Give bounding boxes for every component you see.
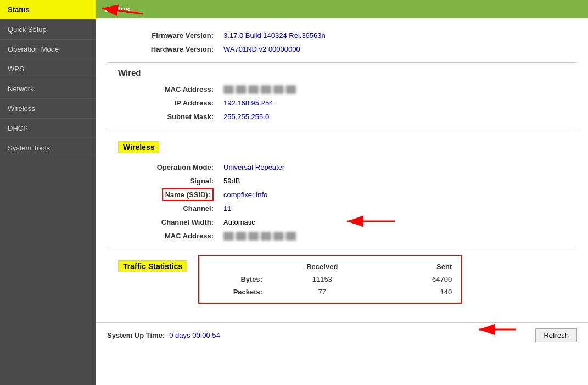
- wireless-signal-label: Signal:: [108, 175, 218, 187]
- sidebar-label-wps: WPS: [8, 65, 24, 73]
- wireless-channel-label: Channel:: [108, 202, 218, 215]
- wired-section-label: Wired: [118, 68, 577, 77]
- wired-subnet-label: Subnet Mask:: [108, 110, 218, 123]
- sidebar-label-network: Network: [8, 85, 34, 93]
- traffic-bytes-received: 11153: [267, 273, 377, 286]
- traffic-packets-received: 77: [267, 286, 377, 298]
- traffic-bytes-row: Bytes: 11153 64700: [204, 273, 456, 286]
- traffic-empty-header: [204, 260, 267, 273]
- wireless-chwidth-value: Automatic: [219, 216, 576, 228]
- divider-3: [107, 249, 577, 249]
- wired-mac-value: ██-██-██-██-██-██: [219, 83, 576, 96]
- sidebar-item-status[interactable]: Status: [0, 0, 96, 20]
- sidebar-item-system-tools[interactable]: System Tools: [0, 138, 96, 158]
- uptime-label: System Up Time:: [107, 331, 165, 339]
- sidebar-item-dhcp[interactable]: DHCP: [0, 119, 96, 138]
- wired-mac-label: MAC Address:: [108, 83, 218, 96]
- firmware-value: 3.17.0 Build 140324 Rel.36563n: [219, 29, 576, 42]
- hardware-value: WA701ND v2 00000000: [219, 43, 576, 55]
- sidebar-label-operation-mode: Operation Mode: [8, 45, 59, 53]
- traffic-packets-label: Packets:: [204, 286, 267, 298]
- wireless-ssid-label: Name (SSID):: [162, 188, 214, 201]
- traffic-bytes-sent: 64700: [377, 273, 456, 286]
- wireless-chwidth-label: Channel Width:: [108, 216, 218, 228]
- page-header: Status: [96, 0, 588, 18]
- sidebar-item-operation-mode[interactable]: Operation Mode: [0, 40, 96, 59]
- footer-row: System Up Time: 0 days 00:00:54 Refresh: [96, 322, 588, 348]
- firmware-info-table: Firmware Version: 3.17.0 Build 140324 Re…: [107, 28, 577, 57]
- wired-ip-value: 192.168.95.254: [219, 97, 576, 109]
- hardware-label: Hardware Version:: [108, 43, 218, 55]
- wireless-info-table: Operation Mode: Universal Repeater Signa…: [107, 160, 577, 243]
- refresh-button[interactable]: Refresh: [535, 328, 577, 342]
- wired-info-table: MAC Address: ██-██-██-██-██-██ IP Addres…: [107, 82, 577, 124]
- traffic-packets-sent: 140: [377, 286, 456, 298]
- traffic-bytes-label: Bytes:: [204, 273, 267, 286]
- firmware-label: Firmware Version:: [108, 29, 218, 42]
- uptime-value: 0 days 00:00:54: [169, 331, 220, 339]
- sidebar-item-network[interactable]: Network: [0, 79, 96, 99]
- wireless-opmode-value: Universal Repeater: [219, 161, 576, 174]
- sidebar-item-wireless[interactable]: Wireless: [0, 99, 96, 119]
- traffic-stats-box: Received Sent Bytes: 11153 64700 P: [198, 255, 462, 304]
- traffic-packets-row: Packets: 77 140: [204, 286, 456, 298]
- traffic-received-header: Received: [267, 260, 377, 273]
- wireless-signal-value: 59dB: [219, 175, 576, 187]
- wired-ip-label: IP Address:: [108, 97, 218, 109]
- wireless-ssid-value: compfixer.info: [219, 188, 576, 201]
- wireless-ssid-label-cell: Name (SSID):: [108, 188, 218, 201]
- wireless-mac-label: MAC Address:: [108, 230, 218, 242]
- sidebar-label-dhcp: DHCP: [8, 124, 28, 132]
- wireless-channel-value: 11: [219, 202, 576, 215]
- wireless-opmode-label: Operation Mode:: [108, 161, 218, 174]
- traffic-section-label: Traffic Statistics: [118, 260, 187, 272]
- sidebar-label-wireless: Wireless: [8, 104, 35, 113]
- sidebar-item-wps[interactable]: WPS: [0, 59, 96, 79]
- header-title: Status: [105, 4, 130, 14]
- wireless-section-label: Wireless: [118, 141, 159, 153]
- divider-1: [107, 62, 577, 63]
- sidebar-label-system-tools: System Tools: [8, 144, 50, 152]
- sidebar-label-quick-setup: Quick Setup: [8, 25, 47, 34]
- sidebar-label-status: Status: [8, 5, 30, 14]
- wired-subnet-value: 255.255.255.0: [219, 110, 576, 123]
- divider-2: [107, 130, 577, 130]
- traffic-table: Received Sent Bytes: 11153 64700 P: [204, 260, 456, 298]
- wireless-mac-value: ██-██-██-██-██-██: [219, 230, 576, 242]
- traffic-sent-header: Sent: [377, 260, 456, 273]
- sidebar-item-quick-setup[interactable]: Quick Setup: [0, 20, 96, 40]
